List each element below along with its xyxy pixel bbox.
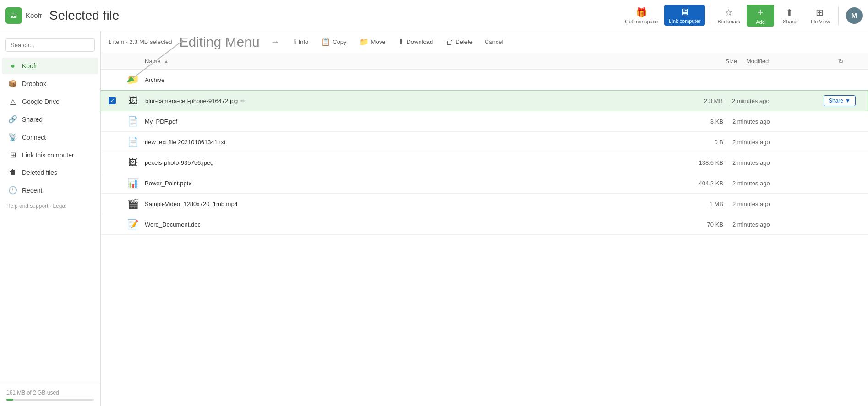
cancel-button[interactable]: Cancel bbox=[481, 36, 507, 48]
sidebar-item-link-computer[interactable]: ⊞ Link this computer bbox=[2, 146, 98, 163]
table-row[interactable]: 📁 Archive bbox=[101, 70, 868, 90]
share-header-button[interactable]: ⬆ Share bbox=[776, 5, 803, 26]
sidebar-item-google-drive[interactable]: △ Google Drive bbox=[2, 93, 98, 110]
sidebar-item-linkcomputer-label: Link this computer bbox=[22, 152, 74, 159]
link-computer-nav-icon: ⊞ bbox=[8, 151, 17, 159]
row-checkbox[interactable] bbox=[108, 159, 126, 166]
file-size: 0 B bbox=[664, 139, 732, 146]
table-row[interactable]: 📄 My_PDF.pdf 3 KB 2 minutes ago bbox=[101, 111, 868, 132]
row-checkbox[interactable] bbox=[108, 179, 126, 187]
arrow-right: → bbox=[271, 37, 280, 47]
delete-icon: 🗑 bbox=[446, 38, 453, 46]
share-file-button[interactable]: Share ▼ bbox=[824, 95, 856, 106]
top-bar: 🗂 Koofr Selected file 🎁 Get free space 🖥… bbox=[0, 0, 868, 31]
table-row[interactable]: 📄 new text file 202101061341.txt 0 B 2 m… bbox=[101, 132, 868, 152]
file-size: 1 MB bbox=[664, 200, 732, 207]
tile-view-button[interactable]: ⊞ Tile View bbox=[805, 5, 835, 26]
file-modified: 2 minutes ago bbox=[732, 118, 824, 125]
delete-button[interactable]: 🗑 Delete bbox=[441, 36, 477, 49]
move-icon: 📁 bbox=[360, 38, 369, 46]
gift-icon: 🎁 bbox=[636, 7, 647, 18]
table-row[interactable]: 📊 Power_Point.pptx 404.2 KB 2 minutes ag… bbox=[101, 173, 868, 194]
get-free-space-button[interactable]: 🎁 Get free space bbox=[620, 5, 662, 26]
header-size-col: Size bbox=[677, 58, 746, 65]
link-computer-label: Link computer bbox=[669, 18, 700, 24]
sidebar-item-koofr-label: Koofr bbox=[22, 62, 37, 70]
link-computer-button[interactable]: 🖥 Link computer bbox=[664, 5, 705, 26]
bookmark-label: Bookmark bbox=[717, 19, 740, 24]
logo-area: 🗂 Koofr bbox=[5, 7, 42, 24]
deleted-files-icon: 🗑 bbox=[8, 168, 17, 177]
pdf-icon: 📄 bbox=[126, 114, 139, 129]
file-size: 3 KB bbox=[664, 118, 732, 125]
row-checkbox[interactable] bbox=[108, 118, 126, 125]
edit-filename-icon[interactable]: ✏ bbox=[240, 97, 246, 104]
copy-button[interactable]: 📋 Copy bbox=[317, 35, 351, 49]
file-modified: 2 minutes ago bbox=[732, 180, 824, 187]
video-icon: 🎬 bbox=[126, 196, 139, 211]
recent-icon: 🕒 bbox=[8, 186, 17, 195]
help-links: Help and support · Legal bbox=[0, 199, 100, 215]
file-name: blur-camera-cell-phone-916472.jpg ✏ bbox=[145, 97, 663, 104]
file-modified: 2 minutes ago bbox=[732, 200, 824, 207]
bookmark-button[interactable]: ☆ Bookmark bbox=[713, 5, 745, 26]
row-checkbox[interactable] bbox=[108, 221, 126, 228]
file-size: 138.6 KB bbox=[664, 159, 732, 166]
download-icon: ⬇ bbox=[398, 38, 404, 46]
checkbox-empty bbox=[108, 138, 115, 146]
doc-icon: 📝 bbox=[126, 217, 139, 232]
content: 1 item · 2.3 MB selected Editing Menu → … bbox=[101, 31, 868, 406]
sidebar-item-shared[interactable]: 🔗 Shared bbox=[2, 111, 98, 128]
monitor-icon: 🖥 bbox=[680, 7, 689, 17]
search-input[interactable] bbox=[5, 38, 95, 52]
file-size: 2.3 MB bbox=[663, 97, 732, 104]
checkbox-checked: ✓ bbox=[109, 97, 116, 104]
selected-count: 1 item · 2.3 MB selected bbox=[108, 38, 172, 45]
info-label: Info bbox=[299, 38, 309, 45]
sidebar-item-deleted-label: Deleted files bbox=[22, 169, 57, 176]
refresh-icon[interactable]: ↻ bbox=[838, 57, 844, 65]
legal-link[interactable]: Legal bbox=[53, 203, 66, 209]
download-button[interactable]: ⬇ Download bbox=[393, 35, 437, 49]
info-button[interactable]: ℹ Info bbox=[289, 35, 313, 49]
file-size: 404.2 KB bbox=[664, 180, 732, 187]
row-checkbox[interactable] bbox=[108, 200, 126, 207]
info-icon: ℹ bbox=[294, 38, 296, 46]
checkbox-empty bbox=[108, 179, 115, 187]
checkbox-empty bbox=[108, 76, 115, 83]
table-row[interactable]: ✓ 🖼 blur-camera-cell-phone-916472.jpg ✏ … bbox=[101, 90, 868, 111]
sidebar: ● Koofr 📦 Dropbox △ Google Drive 🔗 Share… bbox=[0, 31, 101, 406]
sort-arrow: ▲ bbox=[164, 59, 169, 64]
get-free-space-label: Get free space bbox=[625, 19, 658, 24]
sidebar-item-koofr[interactable]: ● Koofr bbox=[2, 58, 98, 74]
file-name: SampleVideo_1280x720_1mb.mp4 bbox=[145, 200, 664, 207]
help-link[interactable]: Help and support bbox=[6, 203, 48, 209]
sidebar-item-deleted-files[interactable]: 🗑 Deleted files bbox=[2, 164, 98, 181]
text-file-icon: 📄 bbox=[126, 135, 139, 149]
sidebar-item-recent[interactable]: 🕒 Recent bbox=[2, 182, 98, 199]
table-row[interactable]: 🎬 SampleVideo_1280x720_1mb.mp4 1 MB 2 mi… bbox=[101, 194, 868, 214]
add-button[interactable]: + Add bbox=[747, 5, 774, 27]
page-title: Selected file bbox=[49, 8, 120, 23]
row-checkbox[interactable]: ✓ bbox=[109, 97, 127, 104]
share-label: Share bbox=[783, 19, 796, 24]
divider2 bbox=[838, 6, 839, 25]
row-checkbox[interactable] bbox=[108, 76, 126, 83]
koofr-logo-icon: 🗂 bbox=[5, 7, 22, 24]
move-button[interactable]: 📁 Move bbox=[355, 35, 390, 49]
avatar[interactable]: M bbox=[846, 7, 863, 24]
sidebar-footer: 161 MB of 2 GB used bbox=[0, 384, 100, 406]
pptx-icon: 📊 bbox=[126, 176, 139, 190]
checkbox-empty bbox=[108, 221, 115, 228]
table-row[interactable]: 🖼 pexels-photo-935756.jpeg 138.6 KB 2 mi… bbox=[101, 152, 868, 173]
row-checkbox[interactable] bbox=[108, 138, 126, 146]
file-table: Name ▲ Size Modified ↻ 📁 bbox=[101, 53, 868, 406]
table-row[interactable]: 📝 Word_Document.doc 70 KB 2 minutes ago bbox=[101, 214, 868, 235]
sidebar-item-dropbox[interactable]: 📦 Dropbox bbox=[2, 75, 98, 92]
toolbar-bar: 1 item · 2.3 MB selected Editing Menu → … bbox=[101, 31, 868, 53]
image-icon: 🖼 bbox=[126, 155, 139, 170]
sidebar-item-connect[interactable]: 📡 Connect bbox=[2, 129, 98, 146]
file-name: new text file 202101061341.txt bbox=[145, 139, 664, 146]
header-name-col: Name ▲ bbox=[145, 58, 677, 65]
file-modified: 2 minutes ago bbox=[732, 221, 824, 228]
